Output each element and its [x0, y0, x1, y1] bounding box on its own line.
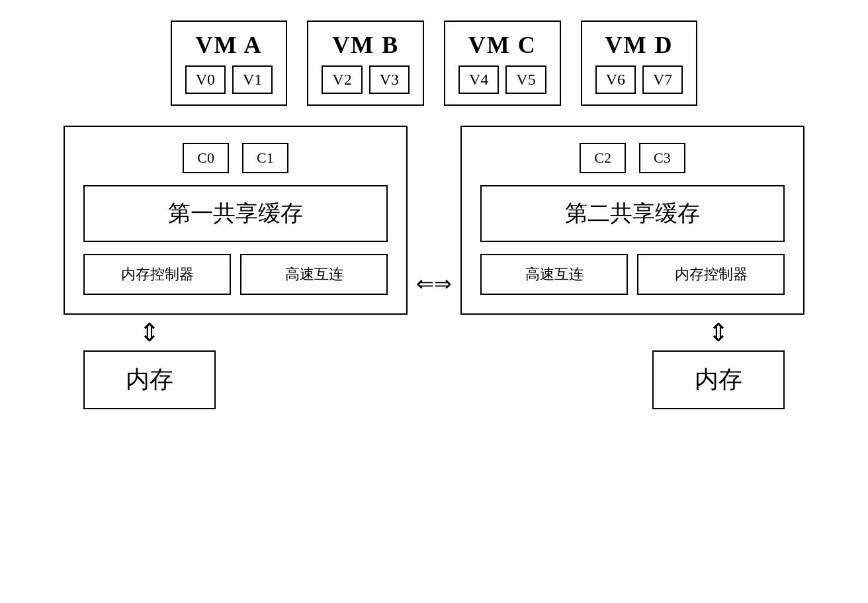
vm-a-title: VM A [195, 31, 262, 59]
numa-1-mem-ctrl: 内存控制器 [637, 254, 785, 295]
vm-box-c: VM C V4 V5 [444, 20, 561, 106]
numa-node-0: C0 C1 第一共享缓存 内存控制器 高速互连 [64, 126, 408, 315]
numa-node-0-wrapper: C0 C1 第一共享缓存 内存控制器 高速互连 [64, 126, 408, 409]
vm-d-title: VM D [605, 31, 673, 59]
numa-0-mem-ctrl: 内存控制器 [83, 254, 231, 295]
vm-box-a: VM A V0 V1 [171, 20, 288, 106]
core-c1: C1 [242, 143, 288, 173]
numa-1-mem-arrow: ⇕ [708, 320, 729, 345]
vm-b-title: VM B [332, 31, 399, 59]
vm-box-d: VM D V6 V7 [581, 20, 698, 106]
vm-c-title: VM C [468, 31, 537, 59]
core-c2: C2 [580, 143, 626, 173]
numa-0-interconnect-row: 内存控制器 高速互连 [83, 254, 388, 295]
vcpu-v1: V1 [232, 65, 273, 94]
numa-1-interconnect: 高速互连 [480, 254, 628, 295]
numa-0-shared-cache: 第一共享缓存 [83, 185, 388, 242]
numa-1-shared-cache: 第二共享缓存 [480, 185, 785, 242]
numa-0-cores-row: C0 C1 [83, 143, 388, 173]
vcpu-v5: V5 [505, 65, 546, 94]
core-c3: C3 [639, 143, 685, 173]
vcpu-v7: V7 [642, 65, 683, 94]
numa-0-mem-arrow: ⇕ [139, 320, 160, 345]
vcpu-v3: V3 [369, 65, 410, 94]
core-c0: C0 [183, 143, 229, 173]
vcpu-v6: V6 [595, 65, 636, 94]
numa-0-memory: 内存 [83, 350, 216, 409]
vm-box-b: VM B V2 V3 [307, 20, 424, 106]
numa-0-interconnect: 高速互连 [240, 254, 388, 295]
vcpu-v2: V2 [322, 65, 362, 94]
numa-node-1: C2 C3 第二共享缓存 高速互连 内存控制器 [460, 126, 804, 315]
vm-d-vcpus: V6 V7 [595, 65, 683, 94]
numa-1-memory: 内存 [652, 350, 785, 409]
numa-1-interconnect-row: 高速互连 内存控制器 [480, 254, 785, 295]
bidirectional-arrow-icon: ⇐⇒ [416, 271, 452, 296]
numa-1-cores-row: C2 C3 [480, 143, 785, 173]
vm-c-vcpus: V4 V5 [458, 65, 546, 94]
diagram: VM A V0 V1 VM B V2 V3 VM C V4 V5 VM D [70, 20, 798, 583]
vcpu-v4: V4 [458, 65, 499, 94]
vm-a-vcpus: V0 V1 [185, 65, 273, 94]
vcpu-v0: V0 [185, 65, 226, 94]
vm-row: VM A V0 V1 VM B V2 V3 VM C V4 V5 VM D [70, 20, 798, 106]
interconnect-arrow-connector: ⇐⇒ [408, 126, 460, 296]
numa-node-1-wrapper: C2 C3 第二共享缓存 高速互连 内存控制器 ⇕ 内存 [460, 126, 804, 409]
vm-b-vcpus: V2 V3 [322, 65, 410, 94]
